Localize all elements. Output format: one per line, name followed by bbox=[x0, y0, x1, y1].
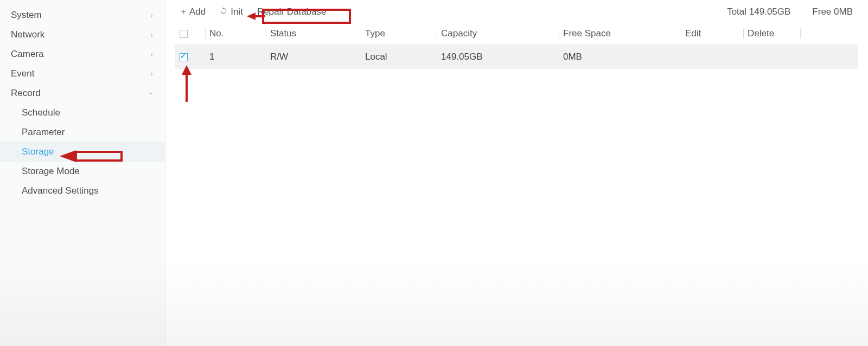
storage-summary: Total 149.05GB Free 0MB bbox=[727, 7, 858, 17]
select-all-checkbox[interactable] bbox=[180, 30, 188, 38]
plus-icon: + bbox=[181, 7, 186, 17]
cell-type: Local bbox=[361, 45, 437, 69]
sidebar-item-label: Record bbox=[11, 88, 41, 99]
cell-status: R/W bbox=[266, 45, 361, 69]
toolbar: + Add Init Repair Database Total 149.05G… bbox=[165, 0, 868, 23]
cell-capacity: 149.05GB bbox=[437, 45, 559, 69]
sidebar-subitem-storage[interactable]: Storage bbox=[0, 142, 165, 162]
sidebar-subitem-schedule[interactable]: Schedule bbox=[0, 103, 165, 123]
header-capacity: Capacity bbox=[437, 23, 559, 45]
add-button-label: Add bbox=[189, 7, 206, 17]
init-button[interactable]: Init bbox=[214, 4, 248, 20]
add-button[interactable]: + Add bbox=[175, 4, 211, 20]
sidebar-item-label: System bbox=[11, 10, 42, 21]
header-delete: Delete bbox=[743, 23, 800, 45]
storage-table: No. Status Type Capacity Free Space Edit… bbox=[175, 23, 858, 69]
sidebar-item-label: Storage bbox=[22, 146, 54, 157]
init-button-label: Init bbox=[231, 7, 243, 17]
refresh-icon bbox=[220, 7, 227, 17]
sidebar-item-label: Event bbox=[11, 68, 34, 79]
storage-table-wrap: No. Status Type Capacity Free Space Edit… bbox=[165, 23, 868, 69]
cell-free-space: 0MB bbox=[559, 45, 681, 69]
sidebar-item-label: Advanced Settings bbox=[22, 185, 99, 196]
header-free-space: Free Space bbox=[559, 23, 681, 45]
table-row[interactable]: 1 R/W Local 149.05GB 0MB bbox=[175, 45, 858, 69]
sidebar-subitem-advanced-settings[interactable]: Advanced Settings bbox=[0, 181, 165, 201]
chevron-right-icon: › bbox=[150, 69, 153, 78]
total-label: Total 149.05GB bbox=[727, 7, 790, 17]
sidebar-subitem-parameter[interactable]: Parameter bbox=[0, 123, 165, 142]
repair-database-label: Repair Database bbox=[257, 7, 327, 17]
sidebar-item-label: Network bbox=[11, 29, 44, 40]
sidebar-item-event[interactable]: Event › bbox=[0, 64, 165, 84]
repair-database-button[interactable]: Repair Database bbox=[252, 4, 332, 20]
sidebar-item-label: Parameter bbox=[22, 127, 65, 137]
sidebar-item-label: Storage Mode bbox=[22, 166, 80, 176]
sidebar-item-record[interactable]: Record › bbox=[0, 84, 165, 103]
sidebar-item-label: Schedule bbox=[22, 107, 60, 118]
sidebar-item-system[interactable]: System › bbox=[0, 5, 165, 25]
header-status: Status bbox=[266, 23, 361, 45]
header-checkbox-cell bbox=[175, 23, 205, 45]
header-no: No. bbox=[205, 23, 266, 45]
free-label: Free 0MB bbox=[812, 7, 853, 17]
main-content: + Add Init Repair Database Total 149.05G… bbox=[165, 0, 868, 346]
cell-edit[interactable] bbox=[681, 45, 743, 69]
cell-delete[interactable] bbox=[743, 45, 800, 69]
header-edit: Edit bbox=[681, 23, 743, 45]
chevron-right-icon: › bbox=[150, 11, 153, 20]
header-tail bbox=[800, 23, 858, 45]
sidebar-item-camera[interactable]: Camera › bbox=[0, 44, 165, 64]
sidebar-subitem-storage-mode[interactable]: Storage Mode bbox=[0, 162, 165, 181]
sidebar-item-network[interactable]: Network › bbox=[0, 25, 165, 44]
row-checkbox[interactable] bbox=[180, 53, 188, 61]
chevron-right-icon: › bbox=[150, 50, 153, 59]
sidebar-item-label: Camera bbox=[11, 49, 43, 60]
sidebar: System › Network › Camera › Event › Reco… bbox=[0, 0, 165, 346]
chevron-right-icon: › bbox=[150, 30, 153, 39]
header-type: Type bbox=[361, 23, 437, 45]
cell-no: 1 bbox=[205, 45, 266, 69]
chevron-down-icon: › bbox=[148, 92, 156, 95]
